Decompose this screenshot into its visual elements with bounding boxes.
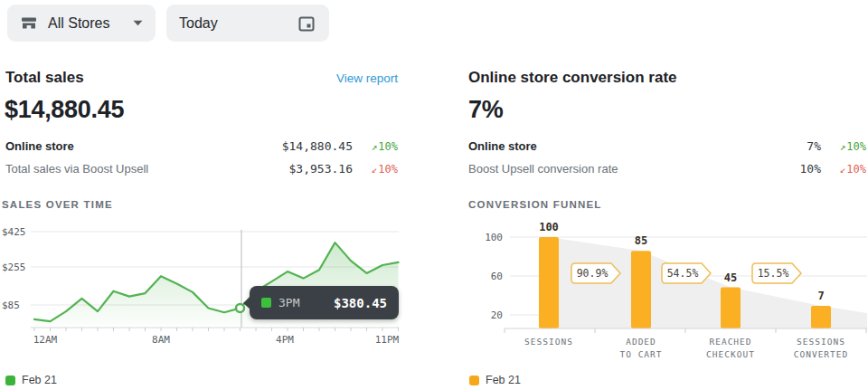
store-selector-button[interactable]: All Stores [7, 5, 156, 42]
svg-text:100: 100 [485, 232, 503, 243]
chevron-down-icon [133, 20, 143, 26]
calendar-icon [297, 14, 316, 33]
sales-x-axis-labels: 12AM 8AM 4PM 11PM [33, 334, 400, 346]
trend-down-icon: ↙ [372, 164, 378, 176]
conversion-rate-value: 7% [468, 96, 503, 124]
svg-text:$85: $85 [2, 300, 20, 311]
svg-text:ADDED: ADDED [626, 337, 656, 347]
sales-panel-title: Total sales [5, 69, 84, 87]
trend-badge: ↙10% [821, 163, 866, 176]
metric-value: 7% [807, 139, 821, 153]
metric-value: $3,953.16 [289, 162, 353, 176]
metric-label: Boost Upsell conversion rate [468, 162, 800, 176]
svg-text:TO CART: TO CART [619, 349, 662, 359]
svg-text:54.5%: 54.5% [667, 267, 699, 280]
svg-text:SESSIONS: SESSIONS [524, 337, 573, 347]
svg-text:$255: $255 [2, 262, 26, 273]
svg-text:12AM: 12AM [33, 334, 58, 346]
svg-text:45: 45 [724, 271, 737, 284]
legend-color-swatch [469, 376, 479, 385]
svg-text:11PM: 11PM [375, 334, 400, 346]
chart-tooltip: 3PM $380.45 [250, 286, 399, 319]
trend-badge: ↗10% [821, 140, 866, 153]
date-selector-button[interactable]: Today [166, 5, 329, 42]
total-sales-value: $14,880.45 [5, 96, 124, 124]
funnel-y-axis-labels: 100 60 20 [485, 232, 503, 321]
tooltip-time: 3PM [278, 296, 299, 309]
trend-percent: 10% [378, 140, 398, 153]
conversion-panel-header: Online store conversion rate [468, 69, 866, 87]
trend-percent: 10% [378, 163, 398, 176]
svg-text:SESSIONS: SESSIONS [797, 337, 845, 347]
trend-badge: ↙10% [353, 163, 398, 176]
funnel-legend: Feb 21 [469, 374, 521, 386]
trend-up-icon: ↗ [372, 141, 378, 153]
metric-label: Total sales via Boost Upsell [5, 162, 289, 176]
svg-text:85: 85 [635, 234, 647, 247]
svg-text:100: 100 [539, 222, 559, 233]
trend-badge: ↗10% [353, 140, 398, 153]
sales-panel-header: Total sales View report [5, 69, 398, 87]
trend-percent: 10% [846, 140, 866, 153]
svg-text:REACHED: REACHED [709, 337, 751, 347]
sales-metrics: Online store $14,880.45 ↗10% Total sales… [5, 135, 398, 180]
svg-text:15.5%: 15.5% [758, 267, 789, 280]
sales-x-ticks [34, 328, 399, 331]
funnel-bar-reached-checkout[interactable] [721, 288, 741, 329]
trend-percent: 10% [846, 163, 866, 176]
funnel-x-axis-labels: SESSIONS ADDED TO CART REACHED CHECKOUT … [524, 337, 848, 359]
conversion-funnel-chart[interactable]: 100 60 20 100 85 45 7 90.9% 54.5% 15.5% [468, 222, 868, 366]
legend-label: Feb 21 [22, 374, 57, 386]
funnel-bar-added-to-cart[interactable] [631, 251, 651, 328]
metric-value: $14,880.45 [282, 139, 353, 153]
sales-legend: Feb 21 [5, 374, 57, 386]
metric-label: Online store [5, 139, 282, 153]
tooltip-value: $380.45 [334, 296, 387, 310]
date-selector-label: Today [179, 15, 218, 32]
metric-row-boost-upsell: Total sales via Boost Upsell $3,953.16 ↙… [5, 157, 398, 180]
metric-row-boost-upsell-rate: Boost Upsell conversion rate 10% ↙10% [468, 157, 866, 180]
conversion-badge: 15.5% [752, 263, 801, 283]
funnel-x-ticks [505, 328, 866, 333]
conversion-badge: 54.5% [662, 263, 711, 283]
svg-text:4PM: 4PM [276, 334, 294, 346]
storefront-icon [20, 14, 38, 33]
svg-text:$425: $425 [2, 226, 26, 238]
legend-label: Feb 21 [486, 374, 521, 386]
svg-text:60: 60 [491, 271, 503, 282]
metric-row-online-store: Online store $14,880.45 ↗10% [5, 135, 398, 157]
funnel-bar-sessions-converted[interactable] [811, 306, 831, 328]
svg-text:7: 7 [817, 290, 824, 302]
store-selector-label: All Stores [48, 15, 109, 32]
conversion-funnel-title: CONVERSION FUNNEL [468, 199, 602, 210]
conversion-badge: 90.9% [571, 263, 620, 283]
series-color-dot [261, 298, 271, 308]
svg-text:20: 20 [491, 309, 503, 321]
conversion-panel-title: Online store conversion rate [468, 69, 677, 87]
metric-label: Online store [468, 139, 807, 153]
svg-text:90.9%: 90.9% [577, 267, 609, 280]
sales-over-time-title: SALES OVER TIME [2, 199, 113, 210]
conversion-badges: 90.9% 54.5% 15.5% [571, 263, 801, 283]
trend-down-icon: ↙ [840, 164, 846, 176]
metric-value: 10% [800, 162, 821, 176]
legend-color-swatch [5, 376, 15, 385]
conversion-metrics: Online store 7% ↗10% Boost Upsell conver… [468, 135, 866, 180]
svg-text:8AM: 8AM [152, 334, 170, 346]
funnel-bar-sessions[interactable] [539, 237, 559, 328]
trend-up-icon: ↗ [840, 141, 846, 153]
svg-text:CHECKOUT: CHECKOUT [706, 349, 755, 359]
view-report-link[interactable]: View report [336, 71, 398, 85]
metric-row-online-store-rate: Online store 7% ↗10% [468, 135, 866, 157]
sales-y-axis-labels: $425 $255 $85 [2, 226, 26, 311]
svg-text:CONVERTED: CONVERTED [794, 349, 848, 359]
